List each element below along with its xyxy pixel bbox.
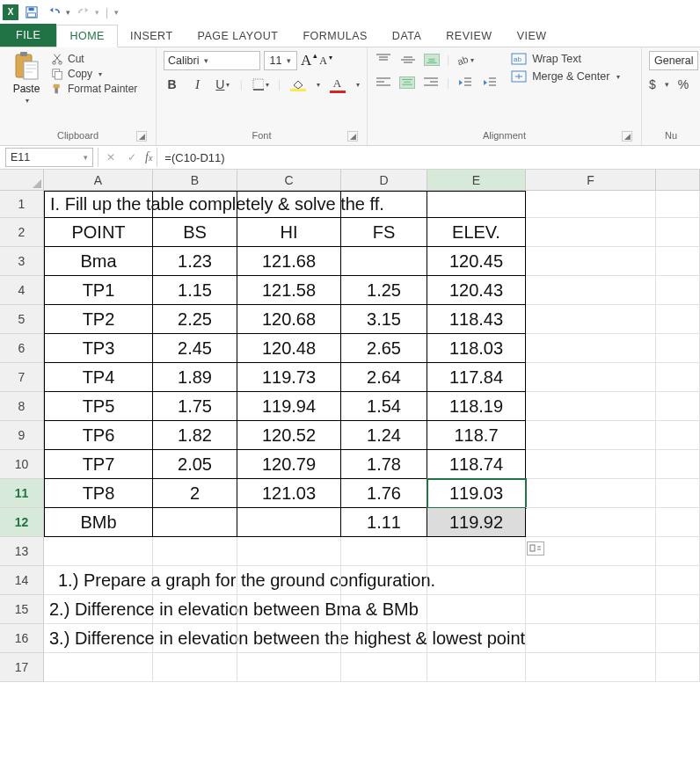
increase-indent-button[interactable] — [481, 74, 499, 91]
cell[interactable]: 2.) Difference in elevation between Bma … — [44, 595, 153, 624]
cell[interactable] — [656, 566, 700, 595]
merge-center-button[interactable]: Merge & Center ▾ — [511, 70, 620, 83]
select-all-corner[interactable] — [0, 170, 44, 191]
cell[interactable]: 118.74 — [427, 450, 526, 479]
cell[interactable]: 1.11 — [341, 508, 427, 537]
enter-formula-button[interactable]: ✓ — [121, 148, 142, 167]
row-header[interactable]: 3 — [0, 247, 44, 276]
cell[interactable] — [526, 479, 656, 508]
cell[interactable]: 1.15 — [153, 276, 237, 305]
row-header[interactable]: 14 — [0, 566, 44, 595]
cell[interactable] — [427, 191, 526, 218]
cell[interactable] — [237, 566, 341, 595]
cell[interactable]: 119.92 — [427, 508, 526, 537]
cell[interactable] — [656, 305, 700, 334]
percent-format-button[interactable]: % — [678, 77, 689, 91]
row-header[interactable]: 16 — [0, 624, 44, 653]
format-painter-button[interactable]: Format Painter — [51, 83, 137, 95]
cell[interactable] — [526, 566, 656, 595]
bold-button[interactable]: B — [164, 76, 180, 93]
cell[interactable]: 121.03 — [237, 479, 341, 508]
redo-button[interactable] — [74, 3, 93, 22]
row-header[interactable]: 10 — [0, 450, 44, 479]
cell[interactable] — [526, 421, 656, 450]
accounting-dropdown-icon[interactable]: ▾ — [665, 80, 669, 94]
cell[interactable] — [526, 624, 656, 653]
cell[interactable]: TP3 — [44, 334, 153, 363]
row-header[interactable]: 17 — [0, 653, 44, 682]
cell[interactable]: ELEV. — [427, 218, 526, 247]
cell[interactable] — [427, 566, 526, 595]
cell[interactable]: 2 — [153, 479, 237, 508]
cell[interactable] — [656, 479, 700, 508]
row-header[interactable]: 2 — [0, 218, 44, 247]
cell[interactable] — [526, 305, 656, 334]
cell[interactable]: 118.19 — [427, 392, 526, 421]
formula-input[interactable]: =(C10-D11) — [159, 151, 700, 164]
cell[interactable]: 120.48 — [237, 334, 341, 363]
align-left-button[interactable] — [375, 74, 392, 91]
cell[interactable]: 2.45 — [153, 334, 237, 363]
italic-button[interactable]: I — [189, 76, 206, 93]
tab-file[interactable]: FILE — [0, 24, 56, 47]
cell[interactable] — [656, 653, 700, 682]
copy-button[interactable]: Copy ▾ — [51, 68, 137, 80]
decrease-font-button[interactable]: A — [319, 54, 327, 68]
row-header[interactable]: 11 — [0, 479, 44, 508]
cell[interactable] — [526, 508, 656, 537]
cell[interactable]: 120.45 — [427, 247, 526, 276]
worksheet-grid[interactable]: 1 I. Fill up the table completely & solv… — [0, 191, 700, 682]
cell[interactable]: BMb — [44, 508, 153, 537]
cancel-formula-button[interactable]: ✕ — [100, 148, 121, 167]
cell[interactable] — [656, 334, 700, 363]
row-header[interactable]: 9 — [0, 421, 44, 450]
column-header-D[interactable]: D — [341, 170, 427, 191]
borders-button[interactable]: ▾ — [252, 76, 269, 93]
fill-color-button[interactable] — [289, 76, 306, 93]
cell[interactable] — [656, 191, 700, 218]
cell[interactable] — [153, 537, 237, 566]
cell[interactable] — [526, 247, 656, 276]
cell[interactable] — [427, 624, 526, 653]
column-header-E[interactable]: E — [427, 170, 526, 191]
row-header[interactable]: 13 — [0, 537, 44, 566]
cell[interactable] — [153, 191, 237, 218]
cell[interactable] — [427, 595, 526, 624]
cell[interactable]: 1.) Prepare a graph for the ground confi… — [44, 566, 153, 595]
row-header[interactable]: 1 — [0, 191, 44, 218]
save-button[interactable] — [22, 3, 41, 22]
cell[interactable]: 120.68 — [237, 305, 341, 334]
cell[interactable]: TP2 — [44, 305, 153, 334]
cell[interactable] — [237, 653, 341, 682]
font-launcher-icon[interactable]: ◢ — [347, 131, 358, 142]
cell[interactable]: 120.79 — [237, 450, 341, 479]
fontcolor-dropdown-icon[interactable]: ▾ — [356, 81, 360, 89]
increase-font-button[interactable]: A — [301, 52, 311, 69]
cell[interactable] — [44, 653, 153, 682]
cell[interactable] — [526, 450, 656, 479]
column-header-C[interactable]: C — [237, 170, 341, 191]
cell[interactable]: TP4 — [44, 363, 153, 392]
row-header[interactable]: 8 — [0, 392, 44, 421]
row-header[interactable]: 7 — [0, 363, 44, 392]
cell[interactable]: HI — [237, 218, 341, 247]
cell[interactable] — [526, 363, 656, 392]
cell[interactable]: BS — [153, 218, 237, 247]
wrap-text-button[interactable]: ab Wrap Text — [511, 53, 620, 65]
redo-dropdown-icon[interactable]: ▾ — [95, 8, 99, 17]
undo-button[interactable] — [45, 3, 64, 22]
cell[interactable] — [44, 537, 153, 566]
cell[interactable] — [526, 191, 656, 218]
cell[interactable] — [153, 624, 237, 653]
cell[interactable]: 118.7 — [427, 421, 526, 450]
orientation-button[interactable]: ab▾ — [456, 51, 474, 69]
font-size-combo[interactable]: 11▾ — [264, 51, 297, 70]
column-header-B[interactable]: B — [153, 170, 237, 191]
cell[interactable]: TP1 — [44, 276, 153, 305]
cell[interactable] — [656, 392, 700, 421]
row-header[interactable]: 12 — [0, 508, 44, 537]
cell[interactable]: 1.54 — [341, 392, 427, 421]
column-header-F[interactable]: F — [526, 170, 656, 191]
copy-dropdown-icon[interactable]: ▾ — [98, 70, 102, 78]
cell[interactable]: 1.24 — [341, 421, 427, 450]
